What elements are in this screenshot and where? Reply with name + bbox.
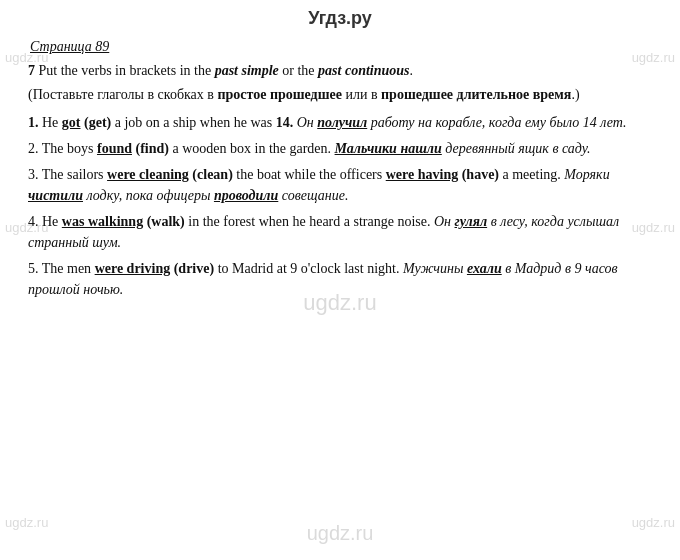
past-continuous-label: past continuous — [318, 63, 409, 78]
ex1-text: He got (get) a job on a ship when he was… — [42, 115, 627, 130]
ex4-num: 4. — [28, 214, 39, 229]
content-area: 7 Put the verbs in brackets in the past … — [0, 59, 680, 300]
site-title: Угдз.ру — [308, 8, 372, 28]
task-header: 7 Put the verbs in brackets in the past … — [28, 61, 652, 81]
site-header: Угдз.ру — [0, 0, 680, 33]
ex1-num: 1. — [28, 115, 39, 130]
watermark-6: ugdz.ru — [5, 515, 48, 530]
page-title: Страница 89 — [0, 33, 680, 59]
ex3-text: The sailors were cleaning (clean) the bo… — [28, 167, 610, 203]
exercise-1: 1. He got (get) a job on a ship when he … — [28, 112, 652, 133]
task-instruction-en: Put the verbs in brackets in the — [39, 63, 215, 78]
ex5-text: The men were driving (drive) to Madrid a… — [28, 261, 618, 297]
prostoe-label: простое прошедшее — [217, 87, 342, 102]
past-simple-label: past simple — [215, 63, 279, 78]
or-text: or the — [282, 63, 318, 78]
watermark-8: ugdz.ru — [307, 522, 374, 545]
exercise-4: 4. He was walkinng (walk) in the forest … — [28, 211, 652, 253]
ex2-num: 2. — [28, 141, 39, 156]
task-subheader-ru: (Поставьте глаголы в скобках в простое п… — [28, 85, 652, 105]
task-number: 7 — [28, 63, 35, 78]
exercise-2: 2. The boys found (find) a wooden box in… — [28, 138, 652, 159]
ex4-text: He was walkinng (walk) in the forest whe… — [28, 214, 619, 250]
ex3-num: 3. — [28, 167, 39, 182]
exercise-3: 3. The sailors were cleaning (clean) the… — [28, 164, 652, 206]
ex2-text: The boys found (find) a wooden box in th… — [42, 141, 591, 156]
exercise-5: 5. The men were driving (drive) to Madri… — [28, 258, 652, 300]
watermark-7: ugdz.ru — [632, 515, 675, 530]
proshedshee-label: прошедшее длительное время — [381, 87, 571, 102]
ex5-num: 5. — [28, 261, 39, 276]
